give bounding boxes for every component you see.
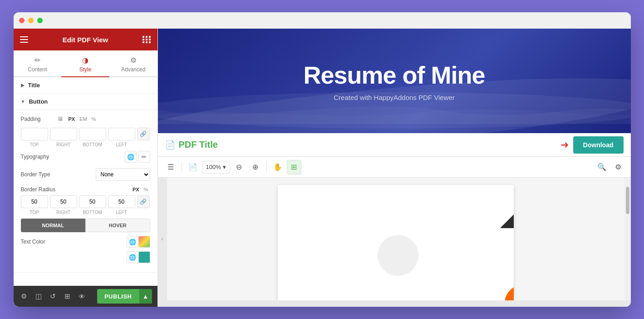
tab-style[interactable]: ◑ Style xyxy=(61,50,109,77)
layers-icon[interactable]: ◫ xyxy=(34,291,44,301)
padding-units: PX EM % xyxy=(67,116,98,122)
scroll-thumb[interactable] xyxy=(626,187,629,214)
settings-gear-btn[interactable]: ⚙ xyxy=(611,160,625,174)
title-arrow-icon: ▶ xyxy=(21,83,25,88)
publish-button[interactable]: PUBLISH xyxy=(97,289,139,304)
button-section-body: Padding 🖥 PX EM % 🔗 xyxy=(14,110,157,273)
radius-units: PX % xyxy=(131,186,150,193)
radius-bottom-input[interactable] xyxy=(79,195,106,208)
radius-bottom-label: BOTTOM xyxy=(79,210,106,215)
advanced-icon: ⚙ xyxy=(130,56,137,65)
text-color-swatch[interactable] xyxy=(138,236,150,248)
right-label: RIGHT xyxy=(50,142,77,147)
padding-top-input[interactable] xyxy=(21,128,48,140)
style-icon: ◑ xyxy=(82,56,88,65)
dot-red[interactable] xyxy=(19,18,25,23)
publish-dropdown-button[interactable]: ▲ xyxy=(139,289,152,304)
publish-group: PUBLISH ▲ xyxy=(97,289,152,304)
pdf-file-icon: 📄 xyxy=(165,140,175,150)
border-radius-row: Border Radius PX % 🔗 xyxy=(21,186,150,215)
border-type-select[interactable]: None Solid Dashed xyxy=(96,168,150,181)
hover-tab[interactable]: HOVER xyxy=(85,219,150,232)
border-type-label: Border Type xyxy=(21,171,96,178)
sidebar-content: ▶ Title ▼ Button Padding 🖥 PX EM xyxy=(14,77,157,286)
bottom-icons: ⚙ ◫ ↺ ⊞ 👁 xyxy=(19,291,87,301)
undo-icon[interactable]: ↺ xyxy=(48,291,58,301)
sidebar-toggle-btn[interactable]: ☰ xyxy=(163,160,178,174)
radius-right-input[interactable] xyxy=(50,195,77,208)
main-area: Edit PDF View ✏ Content ◑ Style xyxy=(14,29,631,307)
padding-inputs: 🔗 xyxy=(21,128,150,140)
bottom-label: BOTTOM xyxy=(79,142,106,147)
left-handle[interactable]: ‹ xyxy=(158,178,167,300)
radius-unit-px[interactable]: PX xyxy=(131,186,141,193)
tab-advanced[interactable]: ⚙ Advanced xyxy=(109,50,157,76)
banner-subtitle: Created with HappyAddons PDF Viewer xyxy=(334,94,455,101)
bg-color-row: 🌐 xyxy=(21,251,150,263)
pdf-shapes xyxy=(278,185,514,300)
page-info-btn[interactable]: 📄 xyxy=(186,160,200,174)
shape-orange-half xyxy=(505,285,514,300)
pan-btn[interactable]: ✋ xyxy=(270,160,285,174)
grid-icon[interactable] xyxy=(143,36,151,43)
padding-left-input[interactable] xyxy=(108,128,135,140)
unit-px[interactable]: PX xyxy=(67,116,77,122)
pdf-title: PDF Title xyxy=(179,140,560,150)
sidebar: Edit PDF View ✏ Content ◑ Style xyxy=(14,29,158,307)
tab-content[interactable]: ✏ Content xyxy=(14,50,62,76)
bg-color-swatch[interactable] xyxy=(138,251,150,263)
left-label: LEFT xyxy=(108,142,135,147)
border-radius-label-row: Border Radius PX % xyxy=(21,186,150,193)
pdf-banner: Resume of Mine Created with HappyAddons … xyxy=(158,29,631,133)
zoom-out-btn[interactable]: ⊖ xyxy=(232,160,246,174)
button-arrow-icon: ▼ xyxy=(21,99,25,104)
typography-global-btn[interactable]: 🌐 xyxy=(125,151,137,163)
button-section-header[interactable]: ▼ Button xyxy=(14,94,157,110)
padding-right-input[interactable] xyxy=(50,128,77,140)
radius-unit-percent[interactable]: % xyxy=(142,186,150,193)
pdf-toolbar: ☰ 📄 100% ▾ ⊖ ⊕ ✋ ⊞ 🔍 ⚙ xyxy=(158,157,631,178)
dot-yellow[interactable] xyxy=(28,18,34,23)
zoom-display[interactable]: 100% ▾ xyxy=(202,161,230,174)
search-btn[interactable]: 🔍 xyxy=(595,160,609,174)
hamburger-icon[interactable] xyxy=(20,36,28,43)
shape-triangle xyxy=(500,208,514,228)
select-btn[interactable]: ⊞ xyxy=(287,160,301,174)
padding-labels: TOP RIGHT BOTTOM LEFT xyxy=(21,142,150,147)
download-button[interactable]: Download xyxy=(573,136,624,154)
radius-left-input[interactable] xyxy=(108,195,135,208)
top-label: TOP xyxy=(21,142,48,147)
editor-area: Resume of Mine Created with HappyAddons … xyxy=(158,29,631,307)
eye-icon[interactable]: 👁 xyxy=(77,291,87,301)
titlebar xyxy=(14,12,631,29)
padding-bottom-input[interactable] xyxy=(79,128,106,140)
state-tabs: NORMAL HOVER xyxy=(21,219,150,232)
zoom-chevron: ▾ xyxy=(223,164,226,170)
padding-link-btn[interactable]: 🔗 xyxy=(137,128,150,140)
pdf-title-bar: 📄 PDF Title ➜ Download xyxy=(158,133,631,157)
text-color-row: Text Color 🌐 xyxy=(21,236,150,248)
radius-link-btn[interactable]: 🔗 xyxy=(137,195,150,208)
normal-tab[interactable]: NORMAL xyxy=(21,219,86,232)
title-section-header[interactable]: ▶ Title xyxy=(14,77,157,94)
unit-percent[interactable]: % xyxy=(90,116,98,122)
radius-left-label: LEFT xyxy=(108,210,135,215)
padding-screen-icon: 🖥 xyxy=(57,115,63,122)
pdf-page xyxy=(278,185,514,300)
pdf-scrollbar[interactable] xyxy=(624,178,631,300)
typography-label: Typography xyxy=(21,154,123,160)
bottom-toolbar: ⚙ ◫ ↺ ⊞ 👁 PUBLISH ▲ xyxy=(14,286,157,307)
zoom-in-btn[interactable]: ⊕ xyxy=(248,160,263,174)
banner-title: Resume of Mine xyxy=(303,61,485,89)
document-icon[interactable]: ⊞ xyxy=(63,291,73,301)
bg-color-global-btn[interactable]: 🌐 xyxy=(127,251,138,263)
unit-em[interactable]: EM xyxy=(78,116,89,122)
radius-top-input[interactable] xyxy=(21,195,48,208)
text-color-global-btn[interactable]: 🌐 xyxy=(127,236,138,248)
dot-green[interactable] xyxy=(37,18,43,23)
sidebar-title: Edit PDF View xyxy=(63,36,108,44)
settings-icon[interactable]: ⚙ xyxy=(19,291,29,301)
radius-labels: TOP RIGHT BOTTOM LEFT xyxy=(21,210,150,215)
toolbar-sep-1 xyxy=(182,162,182,173)
typography-edit-btn[interactable]: ✏ xyxy=(138,151,150,163)
